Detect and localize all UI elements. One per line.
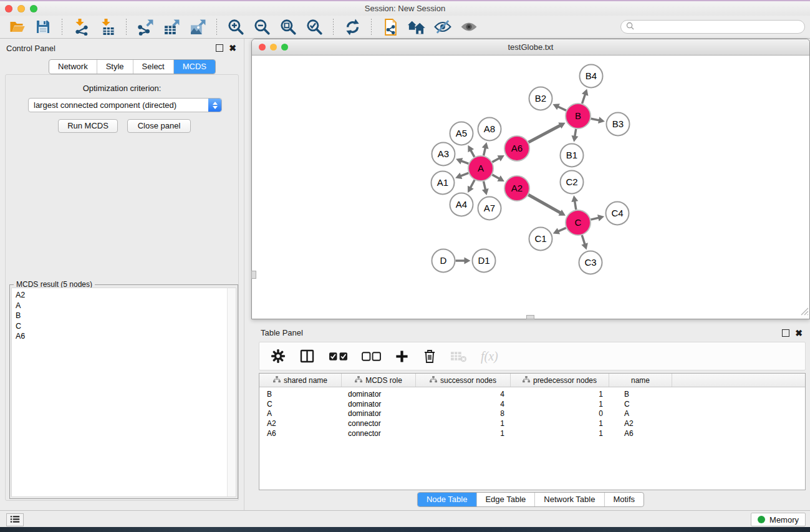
hide-graphics-icon[interactable] [433, 17, 452, 36]
unselect-all-columns-icon[interactable] [362, 351, 381, 362]
graph-node-A4[interactable]: A4 [450, 193, 473, 216]
search-box[interactable] [620, 20, 805, 34]
table-cell[interactable]: A2 [609, 419, 672, 428]
network-from-selection-icon[interactable] [381, 17, 400, 36]
graph-node-B4[interactable]: B4 [580, 65, 603, 88]
search-input[interactable] [637, 22, 799, 32]
graph-node-B1[interactable]: B1 [561, 144, 584, 167]
zoom-in-icon[interactable] [226, 17, 245, 36]
graph-edge-B-B3[interactable] [591, 118, 600, 120]
table-cell[interactable]: 1 [416, 429, 511, 438]
table-cell[interactable]: A6 [609, 429, 672, 438]
network-minimize-button[interactable] [270, 44, 277, 51]
table-cell[interactable]: connector [342, 419, 416, 428]
table-cell[interactable]: dominator [342, 390, 416, 399]
zoom-out-icon[interactable] [253, 17, 271, 36]
float-panel-icon[interactable] [216, 44, 223, 52]
zoom-fit-icon[interactable] [279, 17, 297, 36]
table-cell[interactable]: 4 [416, 400, 511, 409]
home-icon[interactable] [407, 17, 426, 36]
table-row[interactable]: Bdominator41B [259, 389, 805, 399]
delete-columns-icon[interactable] [423, 349, 436, 364]
tab-node-table[interactable]: Node Table [418, 493, 477, 506]
graph-edge-C-C4[interactable] [591, 218, 599, 220]
graph-node-B2[interactable]: B2 [529, 87, 552, 110]
open-session-icon[interactable] [7, 17, 26, 36]
graph-node-C2[interactable]: C2 [561, 171, 584, 194]
graph-edge-A-A7[interactable] [483, 181, 485, 191]
table-cell[interactable]: 1 [511, 429, 609, 438]
graph-edge-A2-C[interactable] [528, 195, 561, 213]
graph-node-A5[interactable]: A5 [450, 122, 473, 145]
table-cell[interactable]: 1 [511, 400, 609, 409]
close-panel-icon[interactable]: ✖ [229, 45, 236, 52]
table-cell[interactable]: dominator [342, 400, 416, 409]
import-network-icon[interactable] [72, 17, 90, 36]
graph-edge-C-C3[interactable] [582, 235, 585, 245]
graph-edge-A-A6[interactable] [492, 158, 499, 162]
column-header-shared-name[interactable]: shared name [259, 374, 342, 387]
table-cell[interactable]: A2 [259, 419, 342, 428]
result-scrollbar[interactable] [227, 288, 236, 496]
export-network-icon[interactable] [136, 17, 155, 36]
import-table-icon[interactable] [98, 17, 117, 36]
column-header-name[interactable]: name [609, 374, 672, 387]
graph-edge-A-A1[interactable] [460, 173, 469, 176]
table-cell[interactable]: connector [342, 429, 416, 438]
network-close-button[interactable] [259, 44, 266, 51]
graph-node-D1[interactable]: D1 [473, 249, 496, 273]
graph-edge-A-A8[interactable] [484, 147, 486, 156]
float-table-panel-icon[interactable] [782, 329, 789, 337]
tab-style[interactable]: Style [97, 60, 133, 74]
graph-edge-C-C1[interactable] [557, 228, 566, 231]
table-cell[interactable]: C [259, 400, 342, 409]
memory-button[interactable]: Memory [751, 513, 806, 526]
graph-edge-A-A3[interactable] [461, 161, 469, 164]
window-resize-grip[interactable] [801, 307, 809, 318]
table-cell[interactable]: 8 [416, 409, 511, 418]
mcds-result-list[interactable]: A2ABCA6 [11, 288, 236, 497]
graph-node-C1[interactable]: C1 [529, 228, 552, 251]
table-row[interactable]: A2connector11A2 [259, 418, 805, 428]
network-zoom-button[interactable] [281, 44, 288, 51]
graph-node-A3[interactable]: A3 [432, 143, 455, 166]
graph-node-D[interactable]: D [432, 249, 455, 273]
close-panel-button[interactable]: Close panel [127, 119, 191, 133]
graph-node-B[interactable]: B [566, 104, 591, 128]
network-canvas[interactable]: AA1A2A3A4A5A6A7A8BB1B2B3B4CC1C2C3C4DD1 [252, 56, 809, 319]
graph-edge-A6-B[interactable] [529, 125, 561, 143]
graph-node-A1[interactable]: A1 [432, 172, 455, 195]
export-image-icon[interactable] [188, 17, 207, 36]
zoom-selected-icon[interactable] [305, 17, 324, 36]
close-table-panel-icon[interactable]: ✖ [795, 330, 803, 337]
create-column-icon[interactable] [395, 349, 409, 364]
splitter-handle-left[interactable] [251, 271, 256, 279]
graph-node-C[interactable]: C [566, 210, 591, 235]
column-header-successor-nodes[interactable]: successor nodes [416, 374, 511, 387]
splitter-handle-bottom[interactable] [526, 315, 534, 319]
table-cell[interactable]: 4 [416, 390, 511, 399]
graph-edge-A-A4[interactable] [470, 180, 475, 188]
graph-edge-A-A5[interactable] [470, 150, 475, 157]
select-all-columns-icon[interactable] [329, 351, 348, 362]
column-header-mcds-role[interactable]: MCDS role [342, 374, 416, 387]
save-session-icon[interactable] [34, 17, 52, 36]
graph-edge-C-C2[interactable] [574, 200, 576, 210]
graph-node-A[interactable]: A [468, 156, 493, 181]
network-graph[interactable]: AA1A2A3A4A5A6A7A8BB1B2B3B4CC1C2C3C4DD1 [252, 56, 809, 319]
task-history-button[interactable] [6, 513, 24, 526]
table-cell[interactable]: A [609, 409, 672, 418]
table-row[interactable]: Cdominator41C [259, 399, 805, 409]
table-cell[interactable]: 1 [511, 419, 609, 428]
network-window-titlebar[interactable]: testGlobe.txt [252, 39, 809, 56]
table-cell[interactable]: B [609, 390, 672, 399]
table-cell[interactable]: A [259, 409, 342, 418]
tab-mcds[interactable]: MCDS [174, 60, 215, 74]
column-header-predecessor-nodes[interactable]: predecessor nodes [511, 374, 609, 387]
graph-node-B3[interactable]: B3 [607, 113, 630, 136]
optimization-criterion-dropdown[interactable]: largest connected component (directed) [28, 98, 222, 112]
table-cell[interactable]: B [259, 390, 342, 399]
run-mcds-button[interactable]: Run MCDS [58, 119, 118, 133]
table-cell[interactable]: 1 [511, 390, 609, 399]
graph-edge-B-B2[interactable] [557, 106, 566, 110]
